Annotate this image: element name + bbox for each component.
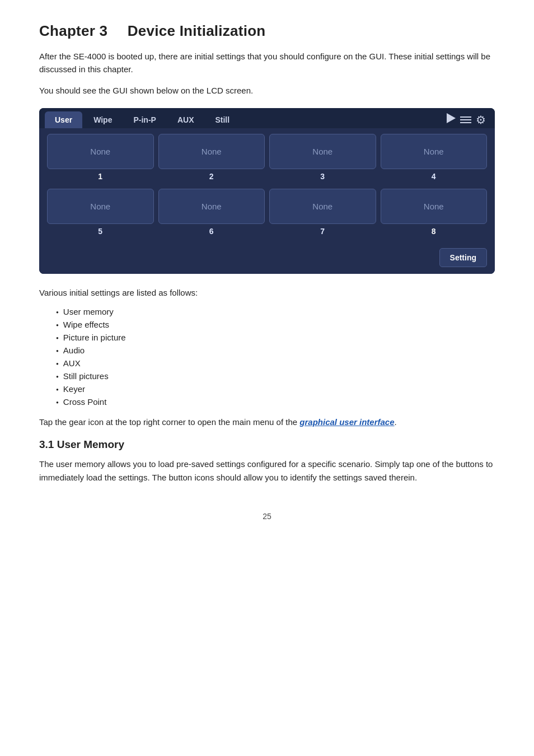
gui-btn-2[interactable]: None (158, 134, 265, 169)
gui-grid-numbers-bottom: 5 6 7 8 (47, 224, 487, 240)
gui-cell-7: None (269, 189, 376, 224)
gui-num-6: 6 (158, 224, 265, 240)
play-icon (447, 113, 457, 126)
tap-text-before: Tap the gear icon at the top right corne… (39, 417, 299, 427)
list-item: Picture in picture (56, 333, 495, 342)
tab-wipe[interactable]: Wipe (83, 111, 122, 128)
gear-icon[interactable]: ⚙ (476, 113, 486, 127)
gui-tabs: User Wipe P-in-P AUX Still ⚙ (39, 108, 495, 128)
gui-cell-1: None (47, 134, 154, 169)
gui-cell-4: None (381, 134, 488, 169)
tab-pinp[interactable]: P-in-P (123, 111, 166, 128)
chapter-title-text: Device Initialization (128, 22, 266, 39)
section-3-1-para: The user memory allows you to load pre-s… (39, 458, 495, 484)
gui-footer: Setting (39, 246, 495, 274)
gui-grid-top: None None None None (47, 134, 487, 169)
list-item: User memory (56, 307, 495, 316)
gui-btn-4[interactable]: None (381, 134, 488, 169)
gui-num-4: 4 (381, 169, 488, 185)
gui-link[interactable]: graphical user interface (299, 417, 394, 427)
gui-num-7: 7 (269, 224, 376, 240)
gui-btn-8[interactable]: None (381, 189, 488, 224)
gui-num-1: 1 (47, 169, 154, 185)
list-item: Still pictures (56, 371, 495, 381)
gui-num-2: 2 (158, 169, 265, 185)
gui-cell-5: None (47, 189, 154, 224)
list-intro: Various initial settings are listed as f… (39, 286, 495, 299)
tap-gear-para: Tap the gear icon at the top right corne… (39, 416, 495, 428)
settings-list: User memory Wipe effects Picture in pict… (56, 307, 495, 407)
gui-grid-bottom: None None None None (47, 189, 487, 224)
section-3-1-title: 3.1 User Memory (39, 438, 495, 451)
gui-grid-numbers-top: 1 2 3 4 (47, 169, 487, 185)
list-item: Wipe effects (56, 320, 495, 329)
page-number: 25 (39, 512, 495, 521)
chapter-number: Chapter 3 (39, 22, 107, 39)
gui-btn-3[interactable]: None (269, 134, 376, 169)
gui-btn-6[interactable]: None (158, 189, 265, 224)
intro-para2: You should see the GUI shown below on th… (39, 84, 495, 97)
gui-toolbar-icons: ⚙ (447, 113, 489, 127)
gui-cell-2: None (158, 134, 265, 169)
gui-cell-3: None (269, 134, 376, 169)
tab-still[interactable]: Still (205, 111, 240, 128)
setting-button[interactable]: Setting (439, 248, 487, 267)
gui-body: None None None None 1 2 3 4 None None (39, 128, 495, 246)
gui-btn-7[interactable]: None (269, 189, 376, 224)
gui-num-8: 8 (381, 224, 488, 240)
gui-cell-6: None (158, 189, 265, 224)
tab-user[interactable]: User (45, 111, 82, 128)
list-item: Audio (56, 346, 495, 355)
tab-aux[interactable]: AUX (167, 111, 204, 128)
tap-text-after: . (395, 417, 397, 427)
gui-btn-1[interactable]: None (47, 134, 154, 169)
list-item: Keyer (56, 384, 495, 394)
gui-num-3: 3 (269, 169, 376, 185)
intro-para1: After the SE-4000 is booted up, there ar… (39, 50, 495, 76)
list-item: Cross Point (56, 397, 495, 407)
list-item: AUX (56, 358, 495, 368)
gui-btn-5[interactable]: None (47, 189, 154, 224)
gui-num-5: 5 (47, 224, 154, 240)
gui-cell-8: None (381, 189, 488, 224)
gui-panel: User Wipe P-in-P AUX Still ⚙ None None (39, 108, 495, 274)
chapter-title: Chapter 3 Device Initialization (39, 22, 495, 40)
menu-icon (460, 116, 472, 123)
